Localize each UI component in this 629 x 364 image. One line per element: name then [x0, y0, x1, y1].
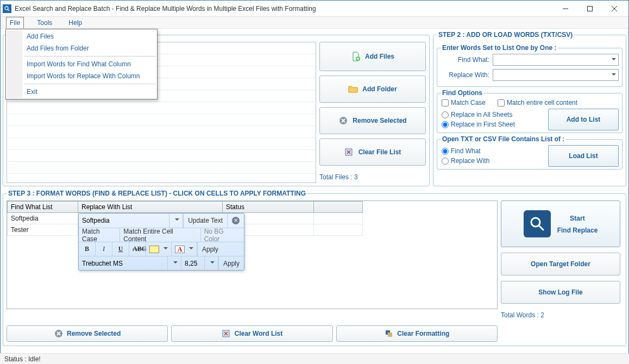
minimize-button[interactable] — [553, 1, 577, 17]
font-color-button[interactable]: A — [172, 242, 197, 256]
remove-selected-word-button[interactable]: Remove Selected — [7, 325, 168, 342]
maximize-button[interactable] — [577, 1, 602, 17]
open-txt-label: Open TXT or CSV File Contains List of : — [441, 135, 566, 143]
clear-formatting-button[interactable]: Clear Formatting — [336, 325, 498, 342]
clear-list-icon — [344, 147, 354, 157]
col-find[interactable]: Find What List — [8, 202, 78, 213]
italic-button[interactable]: I — [96, 242, 112, 256]
file-row[interactable] — [7, 150, 316, 162]
cell-find[interactable]: Tester — [8, 224, 78, 236]
show-log-file-button[interactable]: Show Log File — [501, 281, 620, 304]
find-what-label: Find What: — [441, 56, 489, 64]
open-txt-group: Open TXT or CSV File Contains List of : … — [437, 135, 622, 170]
step3-legend: STEP 3 : FORMAT WORDS (FIND & REPLACE LI… — [7, 190, 307, 197]
folder-icon — [348, 84, 358, 94]
svg-line-1 — [8, 9, 9, 11]
window-title: Excel Search and Replace Batch - Find & … — [15, 5, 553, 12]
apply-font-button[interactable]: Apply — [218, 256, 244, 270]
clear-list-icon — [222, 329, 231, 338]
clear-file-list-button[interactable]: Clear File List — [319, 139, 426, 166]
clear-file-list-label: Clear File List — [358, 148, 401, 156]
menu-import-find[interactable]: Import Words for Find What Column — [6, 58, 157, 70]
replace-all-sheets-radio[interactable]: Replace in All Sheets — [441, 111, 515, 118]
underline-button[interactable]: U — [112, 242, 129, 256]
file-row[interactable] — [7, 126, 316, 138]
add-folder-label: Add Folder — [362, 85, 397, 93]
menu-help[interactable]: Help — [65, 17, 85, 28]
remove-icon — [338, 116, 348, 125]
remove-icon — [54, 329, 64, 338]
menu-file[interactable]: File — [6, 17, 24, 28]
font-name-input[interactable] — [82, 260, 163, 267]
step2-panel: STEP 2 : ADD OR LOAD WORDS (TXT/CSV) Ent… — [433, 31, 626, 186]
font-color-icon: A — [175, 246, 185, 253]
load-replace-radio[interactable]: Replace With — [441, 157, 489, 165]
match-case-checkbox[interactable]: Match Case — [441, 99, 486, 106]
status-bar: Status : Idle! — [0, 353, 629, 364]
col-status[interactable]: Status — [223, 202, 314, 213]
file-row[interactable] — [7, 138, 316, 150]
col-replace[interactable]: Replace With List — [78, 202, 223, 213]
status-text: Status : Idle! — [4, 355, 41, 363]
menu-add-files[interactable]: Add Files — [6, 30, 157, 42]
clear-word-list-button[interactable]: Clear Word List — [171, 325, 332, 342]
svg-rect-12 — [388, 332, 392, 337]
font-size-input[interactable] — [185, 260, 201, 267]
step2-legend: STEP 2 : ADD OR LOAD WORDS (TXT/CSV) — [437, 31, 574, 39]
file-row[interactable] — [7, 162, 316, 174]
start-find-replace-button[interactable]: StartFind Replace — [501, 200, 620, 247]
replace-with-label: Replace With: — [441, 71, 489, 79]
total-words-label: Total Words : 2 — [501, 309, 620, 319]
word-grid[interactable]: Find What List Replace With List Status … — [7, 200, 498, 309]
toolbar-match-entire[interactable]: Match Entire Cell Content — [120, 228, 200, 242]
enter-words-label: Enter Words Set to List One by One : — [441, 44, 558, 52]
update-text-button[interactable]: Update Text — [183, 214, 227, 228]
menu-bar: File Tools Help Add Files Add Files from… — [1, 17, 628, 29]
add-to-list-button[interactable]: Add to List — [548, 109, 619, 130]
app-icon — [3, 4, 11, 13]
file-row[interactable] — [7, 102, 316, 114]
menu-exit[interactable]: Exit — [6, 86, 157, 98]
font-size-dropdown[interactable] — [205, 256, 218, 270]
menu-add-files-folder[interactable]: Add Files from Folder — [6, 42, 157, 54]
replace-first-sheet-radio[interactable]: Replace in First Sheet — [441, 121, 515, 128]
grid-header-row: Find What List Replace With List Status — [8, 202, 363, 213]
menu-import-replace[interactable]: Import Words for Replace With Column — [6, 70, 157, 82]
open-target-folder-button[interactable]: Open Target Folder — [501, 253, 620, 275]
svg-line-14 — [539, 225, 543, 230]
find-what-combo[interactable] — [493, 54, 619, 66]
bold-button[interactable]: B — [79, 242, 96, 256]
find-options-group: Find Options Match Case Match entire cel… — [437, 89, 622, 133]
highlight-color-button[interactable] — [146, 242, 172, 256]
cell-format-toolbar: Update Text ✕ Match Case Match Entire Ce… — [78, 213, 244, 271]
add-folder-button[interactable]: Add Folder — [319, 76, 426, 103]
enter-words-group: Enter Words Set to List One by One : Fin… — [437, 44, 622, 87]
total-files-label: Total Files : 3 — [319, 170, 426, 181]
apply-format-button[interactable]: Apply — [197, 242, 223, 256]
highlight-icon — [149, 246, 159, 253]
file-menu-dropdown: Add Files Add Files from Folder Import W… — [5, 29, 158, 99]
start-label: StartFind Replace — [557, 212, 598, 235]
find-options-label: Find Options — [441, 89, 484, 97]
close-button[interactable] — [602, 1, 626, 17]
menu-tools[interactable]: Tools — [34, 17, 55, 28]
font-name-dropdown[interactable] — [168, 256, 181, 270]
cell-clear-button[interactable]: ✕ — [227, 214, 244, 228]
add-files-button[interactable]: Add Files — [319, 42, 426, 71]
cell-edit-dropdown[interactable] — [169, 214, 183, 228]
clear-icon: ✕ — [232, 217, 240, 224]
strike-button[interactable]: ABC — [129, 242, 146, 256]
toolbar-no-bg[interactable]: No BG Color — [201, 228, 244, 242]
toolbar-match-case[interactable]: Match Case — [79, 228, 120, 242]
match-entire-checkbox[interactable]: Match entire cell content — [496, 99, 577, 106]
add-files-label: Add Files — [365, 53, 394, 60]
load-find-radio[interactable]: Find What — [441, 147, 489, 155]
cell-find[interactable]: Softpedia — [8, 213, 78, 224]
cell-edit-input[interactable] — [82, 217, 147, 224]
remove-selected-label: Remove Selected — [353, 117, 406, 124]
load-list-button[interactable]: Load List — [548, 145, 619, 167]
replace-with-combo[interactable] — [493, 69, 619, 81]
file-row[interactable] — [7, 114, 316, 126]
remove-selected-file-button[interactable]: Remove Selected — [319, 107, 426, 134]
clear-format-icon — [384, 329, 394, 338]
